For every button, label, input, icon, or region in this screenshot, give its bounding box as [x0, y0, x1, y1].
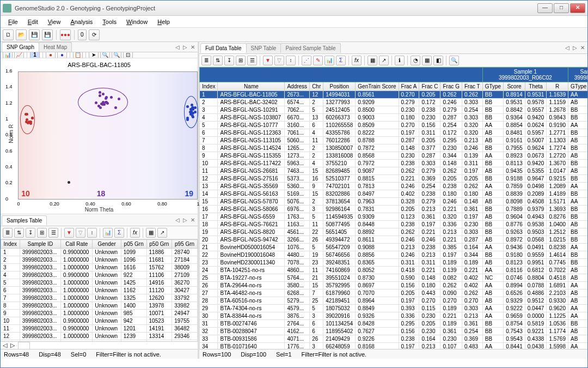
dt-scatter-icon[interactable]: ⋰ — [302, 56, 311, 65]
st-filter-icon[interactable]: ▼ — [64, 228, 74, 238]
table-row[interactable]: 113999802003...0.9900000Unknown120114191… — [1, 325, 198, 333]
table-row[interactable]: 13999802003...0.9900000Unknown1099118862… — [1, 249, 198, 256]
dt-chart-icon[interactable]: 📊 — [324, 56, 334, 65]
table-row[interactable]: 14ARS-BFGL-NGS-561635169...15832028860.8… — [200, 190, 588, 198]
table-row[interactable]: 3ARS-BFGL-NGS-102917062...5245124050.850… — [200, 106, 588, 114]
menu-window[interactable]: Window — [122, 17, 152, 26]
table-row[interactable]: 7ARS-BFGL-NGS-1131055060...11760122860.8… — [200, 137, 588, 144]
tab-full-data[interactable]: Full Data Table — [200, 43, 247, 53]
table-row[interactable]: 16ARS-BFGL-NGS-580666976...3929861640.78… — [200, 206, 588, 213]
table-row[interactable]: 25BTA-19227-no-rs5764...21395510240.8730… — [200, 274, 588, 282]
table-row[interactable]: 21BovineHD05000160541076...5565472090.90… — [200, 244, 588, 251]
table-row[interactable]: 28BTA-60516-no-rs5279...25421894510.8964… — [200, 297, 588, 305]
st-clear-filter-icon[interactable]: ▽ — [76, 228, 85, 238]
panel-prev-icon[interactable]: ◁ — [174, 44, 181, 50]
table-row[interactable]: 33BTB-009315864071...26214094290.92260.2… — [200, 335, 588, 343]
table-row[interactable]: 31BTB-002747462764...61011342540.84280.2… — [200, 320, 588, 328]
dt-stats-icon[interactable]: Σ — [336, 56, 346, 65]
dt-icon-5[interactable]: ☰ — [247, 56, 257, 65]
zoom-icon[interactable]: 🔍 — [100, 52, 110, 58]
table-row[interactable]: 11ARS-BFGL-NGS-266817463...15826894850.9… — [200, 167, 588, 175]
table-row[interactable]: 83999802003...1.0000000Unknown1400139783… — [1, 302, 198, 310]
copy-icon[interactable]: 📋 — [73, 52, 83, 58]
table-row[interactable]: 30BTA-83844-no-rs3876...3390209160.93260… — [200, 312, 588, 320]
table-row[interactable]: 6ARS-BFGL-NGS-1123637061...4433557860.82… — [200, 129, 588, 137]
fit-icon[interactable]: ⊡ — [123, 52, 133, 58]
st-icon-1[interactable]: ≣ — [3, 228, 13, 238]
tab-paired-sample[interactable]: Paired Sample Table — [280, 43, 340, 53]
samples-col-header[interactable]: Sample ID — [20, 240, 60, 249]
one-button[interactable]: 1 — [30, 52, 40, 58]
data-col-header[interactable]: Chr — [310, 82, 323, 91]
table-row[interactable]: 4ARS-BFGL-NGS-1038076670...13602663730.9… — [200, 114, 588, 122]
menu-tools[interactable]: Tools — [98, 17, 121, 26]
dt-heat-icon[interactable]: ◧ — [433, 56, 443, 65]
close-button[interactable]: ✕ — [570, 3, 585, 13]
table-row[interactable]: 10ARS-BFGL-NGS-1174225963...437552100.79… — [200, 160, 588, 167]
zero-button[interactable]: 0 — [78, 29, 87, 40]
dt-fx-icon[interactable]: fx — [352, 56, 362, 65]
cluster-icon[interactable]: ●●● — [60, 29, 71, 40]
tab-samples-table[interactable]: Samples Table — [2, 215, 47, 225]
data-close-icon[interactable]: ✕ — [579, 45, 586, 51]
sample-group-2[interactable]: Sample3999802003 — [568, 68, 587, 82]
table-row[interactable]: 18ARS-BFGL-NGS-766211163...11508774950.8… — [200, 221, 588, 228]
samples-col-header[interactable]: p50 Grn — [146, 240, 172, 249]
table-row[interactable]: 8ARS-BFGL-NGS-1145241265...21308500070.7… — [200, 144, 588, 152]
table-row[interactable]: 63999802003...1.0000000Unknown1162111203… — [1, 287, 198, 294]
scatter-plot[interactable]: 00.200.400.600.80100.20.40.60.811.21.41.… — [18, 71, 198, 200]
dt-icon-2[interactable]: ⇅ — [213, 56, 223, 65]
table-row[interactable]: 23999802003...1.0000000Unknown1096116812… — [1, 256, 198, 264]
table-row[interactable]: 22BovineHD19000160484480...19567466560.8… — [200, 251, 588, 259]
tab-heat-map[interactable]: Heat Map — [39, 42, 72, 52]
table-row[interactable]: 33999802003...1.0000000Unknown1616157623… — [1, 264, 198, 272]
zoom-out-icon[interactable]: 🔍 — [112, 52, 121, 58]
data-col-header[interactable]: Index — [200, 82, 218, 91]
table-row[interactable]: 20ARS-BFGL-NGS-947423266...26493944720.8… — [200, 236, 588, 244]
dt-pie-icon[interactable]: ◔ — [411, 56, 420, 65]
dt-icon-3[interactable]: ↧ — [224, 56, 234, 65]
dt-icon-4[interactable]: ⊞ — [236, 56, 246, 65]
panel-next-icon[interactable]: ▷ — [181, 44, 189, 50]
red-dot-icon[interactable]: ● — [46, 52, 56, 58]
samples-col-header[interactable]: Call Rate — [61, 240, 93, 249]
menu-help[interactable]: Help — [153, 17, 174, 26]
data-col-header[interactable]: Address — [285, 82, 310, 91]
sample-group-1[interactable]: Sample 13999802003_R06C02 — [482, 68, 568, 82]
table-row[interactable]: 27BTA-46482-no-rs6268...7618799600.70700… — [200, 289, 588, 297]
tab-snp-graph[interactable]: SNP Graph — [2, 42, 39, 52]
table-row[interactable]: 26BTA-29644-no-rs3580...15357929950.8697… — [200, 282, 588, 289]
samples-next-icon[interactable]: ▷ — [181, 217, 189, 223]
data-col-header[interactable]: Frac A — [399, 82, 419, 91]
data-col-header[interactable]: Frac C — [419, 82, 440, 91]
table-row[interactable]: 32BTB-002880474162...61189554020.76270.1… — [200, 328, 588, 335]
table-row[interactable]: 17ARS-BFGL-NGS-65591763...51145949350.93… — [200, 213, 588, 221]
panel-close-icon[interactable]: ✕ — [189, 44, 197, 50]
data-subcol-header[interactable]: Score — [504, 82, 525, 91]
samples-col-header[interactable]: p05 Grn — [121, 240, 146, 249]
menu-view[interactable]: View — [44, 17, 65, 26]
table-row[interactable]: 23BovineHD23000113407078...23392483510.8… — [200, 259, 588, 267]
data-col-header[interactable]: GenTrain Score — [356, 82, 399, 91]
st-fx-icon[interactable]: fx — [130, 228, 140, 238]
data-subcol-header[interactable]: GType — [568, 82, 587, 91]
st-sort-icon[interactable]: ↕ — [87, 228, 97, 238]
menu-file[interactable]: File — [4, 17, 22, 26]
table-row[interactable]: 123999802003...1.0000000Unknown123913314… — [1, 333, 198, 340]
table-row[interactable]: 2ARS-BFGL-BAC-324026574...2132779930.920… — [200, 99, 588, 106]
data-subcol-header[interactable]: Theta — [525, 82, 547, 91]
save-all-icon[interactable]: 💾 — [42, 29, 53, 40]
table-row[interactable]: 43999802003...0.9900000Unknown9221110627… — [1, 272, 198, 279]
menu-edit[interactable]: Edit — [23, 17, 42, 26]
st-export-icon[interactable]: ↗ — [157, 228, 167, 238]
data-col-header[interactable]: Position — [323, 82, 356, 91]
dt-line-icon[interactable]: ✎ — [313, 56, 323, 65]
chart2-icon[interactable]: 📈 — [14, 52, 24, 58]
table-row[interactable]: 5ARS-BFGL-NGS-107773160...61102655580.85… — [200, 122, 588, 129]
data-col-header[interactable]: Frac T — [462, 82, 483, 91]
table-row[interactable]: 13ARS-BFGL-NGS-355695360...9747021010.78… — [200, 183, 588, 190]
samples-col-header[interactable]: Gender — [93, 240, 121, 249]
data-next-icon[interactable]: ▷ — [571, 45, 579, 51]
table-row[interactable]: 93999802003...1.0000000Unknown9851007124… — [1, 310, 198, 317]
samples-col-header[interactable]: p95 Grn — [172, 240, 198, 249]
